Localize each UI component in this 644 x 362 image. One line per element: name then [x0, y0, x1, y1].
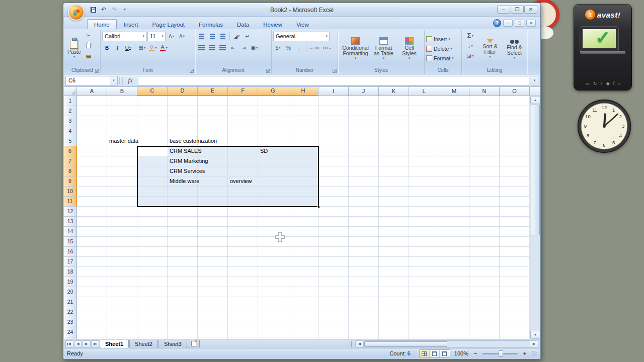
undo-button[interactable]: ↶	[99, 5, 108, 14]
align-right-button[interactable]	[218, 43, 227, 53]
italic-button[interactable]: I	[113, 43, 122, 53]
row-header-21[interactable]: 21	[64, 297, 77, 307]
cell-B5[interactable]: master data	[107, 136, 138, 146]
row-header-11[interactable]: 11	[64, 197, 77, 207]
row-header-12[interactable]: 12	[64, 207, 77, 217]
align-top-button[interactable]	[197, 32, 206, 41]
cell-styles-button[interactable]: Cell Styles ▾	[398, 31, 421, 66]
align-middle-button[interactable]	[207, 32, 217, 41]
scroll-up-button[interactable]: ▴	[530, 96, 540, 104]
column-header-K[interactable]: K	[379, 87, 409, 96]
expand-formula-bar-button[interactable]: ▾	[531, 76, 538, 85]
column-header-E[interactable]: E	[198, 87, 228, 96]
column-header-G[interactable]: G	[258, 87, 288, 96]
sheet-tab-sheet1[interactable]: Sheet1	[100, 340, 129, 348]
row-header-18[interactable]: 18	[64, 267, 77, 277]
zoom-level[interactable]: 100%	[454, 350, 468, 356]
row-header-3[interactable]: 3	[64, 116, 77, 126]
column-header-L[interactable]: L	[409, 87, 439, 96]
zoom-in-button[interactable]: +	[522, 350, 528, 356]
fill-handle[interactable]	[317, 206, 320, 208]
row-header-5[interactable]: 5	[64, 136, 77, 146]
find-select-button[interactable]: Find & Select ▾	[503, 31, 526, 66]
font-size-dropdown[interactable]: 11▾	[147, 32, 166, 41]
column-header-C[interactable]: C	[137, 87, 168, 96]
sheet-tab-sheet3[interactable]: Sheet3	[158, 340, 187, 348]
cell-D8[interactable]: CRM Services	[168, 166, 205, 176]
format-painter-button[interactable]	[84, 51, 94, 60]
shrink-font-button[interactable]: A▾	[177, 32, 187, 41]
tab-review[interactable]: Review	[256, 19, 289, 29]
increase-indent-button[interactable]: ⇥	[239, 43, 249, 53]
horizontal-scrollbar-track[interactable]	[364, 340, 530, 348]
percent-format-button[interactable]: %	[284, 43, 293, 53]
font-color-button[interactable]: A▾	[159, 43, 169, 53]
cells-region[interactable]: master database customizationCRM SALESSD…	[77, 96, 530, 339]
dialog-launcher-icon[interactable]	[190, 69, 194, 73]
previous-sheet-button[interactable]: ◀	[74, 340, 82, 348]
doc-restore-button[interactable]: ❐	[515, 20, 524, 27]
formula-input[interactable]	[138, 76, 529, 85]
active-cell[interactable]	[138, 147, 168, 156]
insert-worksheet-button[interactable]	[188, 340, 200, 348]
column-header-I[interactable]: I	[318, 87, 349, 96]
borders-button[interactable]: ▦▾	[137, 43, 147, 53]
column-header-B[interactable]: B	[107, 87, 137, 96]
row-header-23[interactable]: 23	[64, 317, 77, 327]
dialog-launcher-icon[interactable]	[266, 69, 270, 73]
column-header-O[interactable]: O	[500, 87, 530, 96]
column-header-F[interactable]: F	[228, 87, 258, 96]
copy-button[interactable]	[84, 41, 94, 50]
scroll-left-button[interactable]: ◀	[355, 340, 364, 348]
horizontal-scrollbar-thumb[interactable]	[364, 341, 447, 347]
autosum-button[interactable]: Σ▾	[463, 31, 477, 40]
tab-home[interactable]: Home	[87, 19, 117, 29]
horizontal-scrollbar[interactable]: ◀ ▶	[348, 340, 538, 348]
decrease-indent-button[interactable]: ⇤	[228, 43, 238, 53]
row-header-17[interactable]: 17	[64, 257, 77, 267]
close-button[interactable]: ✕	[524, 5, 537, 14]
resize-grip[interactable]	[532, 351, 537, 356]
row-header-20[interactable]: 20	[64, 287, 77, 297]
row-header-22[interactable]: 22	[64, 307, 77, 317]
number-format-dropdown[interactable]: General▾	[273, 32, 330, 41]
row-header-15[interactable]: 15	[64, 237, 77, 247]
grow-font-button[interactable]: A▴	[167, 32, 176, 41]
row-header-13[interactable]: 13	[64, 217, 77, 227]
row-header-1[interactable]: 1	[64, 96, 77, 106]
avast-toolbar-icon-6[interactable]: ♪	[618, 81, 620, 86]
vertical-scrollbar[interactable]: ▴ ▾	[530, 96, 540, 339]
page-layout-view-button[interactable]	[430, 350, 440, 357]
avast-toolbar-icon-4[interactable]: ◆	[606, 81, 610, 86]
doc-minimize-button[interactable]: –	[503, 20, 513, 27]
format-as-table-button[interactable]: Format as Table ▾	[371, 31, 397, 66]
clear-button[interactable]: ◪▾	[463, 51, 477, 60]
column-header-N[interactable]: N	[469, 87, 500, 96]
tab-page-layout[interactable]: Page Layout	[145, 19, 192, 29]
paste-button[interactable]: Paste ▾	[66, 31, 83, 66]
underline-button[interactable]: U▾	[123, 43, 133, 53]
insert-cells-button[interactable]: Insert▾	[426, 35, 460, 44]
office-button[interactable]	[68, 4, 85, 21]
cell-G6[interactable]: SD	[258, 146, 268, 156]
row-header-4[interactable]: 4	[64, 126, 77, 136]
formula-bar-grip[interactable]	[119, 77, 123, 84]
row-header-8[interactable]: 8	[64, 166, 77, 176]
first-sheet-button[interactable]: ◀	[65, 340, 73, 348]
align-bottom-button[interactable]	[218, 32, 227, 41]
format-cells-button[interactable]: Format▾	[426, 54, 460, 63]
zoom-slider[interactable]	[482, 353, 518, 354]
row-header-9[interactable]: 9	[64, 176, 77, 187]
column-header-H[interactable]: H	[288, 87, 318, 96]
font-family-dropdown[interactable]: Calibri▾	[102, 32, 146, 41]
sort-filter-button[interactable]: Sort & Filter ▾	[478, 31, 502, 66]
sheet-tab-sheet2[interactable]: Sheet2	[129, 340, 158, 348]
dialog-launcher-icon[interactable]	[333, 69, 337, 73]
fill-button[interactable]: ↓▾	[463, 41, 477, 50]
tab-view[interactable]: View	[289, 19, 316, 29]
cell-D9[interactable]: Middle ware	[168, 176, 199, 187]
cell-F9[interactable]: overview	[228, 176, 252, 187]
scroll-right-button[interactable]: ▶	[530, 340, 538, 348]
name-box[interactable]: C6 ▾	[65, 76, 118, 85]
column-header-M[interactable]: M	[439, 87, 469, 96]
